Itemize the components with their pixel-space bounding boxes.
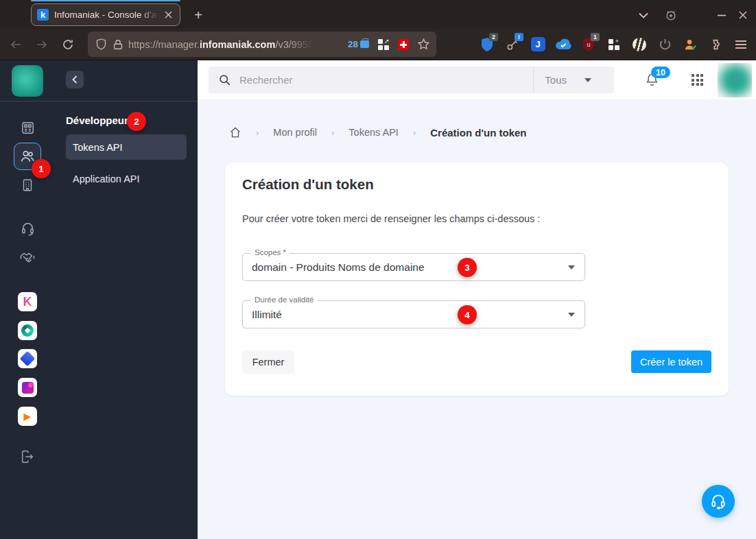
nav-item-tokens-api[interactable]: Tokens API [66,134,187,160]
section-title: Développeur [66,115,128,126]
svg-text:u: u [587,41,590,48]
search-bar[interactable]: Tous [209,67,614,93]
breadcrumb-separator: › [331,128,334,138]
back-icon[interactable] [7,36,25,53]
extension-key-icon[interactable]: ! [504,36,521,53]
briefcase-icon [360,40,369,48]
browser-toolbar: https://manager.infomaniak.com/v3/995834… [0,29,756,60]
bookmark-star-icon[interactable] [418,38,429,50]
annotation-badge-2: 2 [127,112,146,131]
lock-icon[interactable] [113,39,123,50]
url-text: https://manager.infomaniak.com/v3/995834… [128,39,312,50]
product-kmeet-icon[interactable] [18,378,37,397]
browser-tab[interactable]: k Infomaniak - Console d'adm [31,3,180,26]
tab-close-icon[interactable] [162,9,174,21]
infomaniak-favicon: k [37,9,49,21]
active-tab-accent-line [31,0,180,1]
notifications-button[interactable]: 10 [644,72,660,88]
extension-addons-grid-icon[interactable]: + [606,36,622,53]
validity-value: Illimité [252,301,282,328]
swiss-flag-icon[interactable] [398,39,409,50]
support-fab-button[interactable] [702,485,735,518]
create-token-button[interactable]: Créer le token [631,350,711,373]
url-bar[interactable]: https://manager.infomaniak.com/v3/995834… [88,32,436,57]
sidebar-item-partner[interactable] [14,243,41,271]
sidebar-divider [0,101,198,101]
product-ksuite-icon[interactable]: K [18,292,37,311]
page-title: Création d'un token [242,176,374,193]
sidebar-item-support[interactable] [14,215,41,242]
annotation-badge-1: 1 [32,159,51,178]
chevron-down-icon [568,265,575,270]
product-vod-icon[interactable]: ▶ [18,407,37,426]
tracking-shield-icon[interactable] [96,38,106,50]
breadcrumb: › Mon profil › Tokens API › Création d'u… [229,126,527,139]
extensions-puzzle-icon[interactable] [707,36,724,53]
app-topbar: Tous 10 [198,60,756,99]
profile-check-icon[interactable] [682,36,698,53]
breadcrumb-separator: › [413,128,416,138]
close-button[interactable]: Fermer [242,350,294,374]
minimize-icon[interactable] [713,6,731,24]
tab-title: Infomaniak - Console d'adm [54,10,158,20]
breadcrumb-mon-profil[interactable]: Mon profil [273,127,317,138]
breadcrumb-separator: › [256,128,259,138]
main-content: Tous 10 › [198,60,756,539]
home-icon[interactable] [229,126,241,139]
annotation-badge-4: 4 [458,305,477,324]
headset-icon [709,492,727,510]
search-scope-dropdown[interactable]: Tous [533,67,614,93]
user-avatar[interactable] [718,63,752,97]
notification-count-badge: 10 [651,67,670,78]
annotation-badge-3: 3 [458,258,477,277]
browser-titlebar: k Infomaniak - Console d'adm + [0,0,756,29]
search-icon [218,73,231,86]
sidebar-item-products[interactable] [14,114,41,141]
close-window-icon[interactable] [734,6,752,24]
new-tab-button[interactable]: + [189,6,207,24]
product-kchat-icon[interactable] [18,349,37,368]
infomaniak-app: 1 K [0,60,756,539]
logout-icon[interactable] [14,443,41,470]
form-description: Pour créer votre token merci de renseign… [242,213,540,224]
container-tab-counter[interactable]: 28 [348,39,369,49]
scopes-select[interactable]: Scopes * domain - Produits Noms de domai… [242,253,585,281]
breadcrumb-tokens-api[interactable]: Tokens API [349,127,399,138]
organization-logo[interactable] [12,65,43,97]
chevron-down-icon [568,313,575,317]
primary-sidebar: 1 K [0,60,55,539]
chevron-down-icon [584,78,591,82]
secondary-sidebar: Développeur 2 Tokens API Application API [55,60,198,539]
extension-joplin-icon[interactable]: J [530,36,546,53]
nav-item-application-api[interactable]: Application API [66,166,187,191]
extension-shield-icon[interactable]: 2 [479,36,495,53]
browser-window: k Infomaniak - Console d'adm + [0,0,756,539]
breadcrumb-current: Création d'un token [430,127,526,139]
collapse-sidebar-button[interactable] [66,71,84,88]
search-input[interactable] [239,74,533,86]
token-creation-card: Création d'un token Pour créer votre tok… [225,163,729,396]
power-icon[interactable] [657,36,673,53]
page-actions-grid-icon[interactable]: ➚ [378,39,389,50]
forward-icon[interactable] [33,36,51,53]
alarm-extension-icon[interactable] [662,6,680,24]
tab-list-chevron-icon[interactable] [635,6,652,24]
extension-privacy-badger-icon[interactable] [631,36,648,53]
menu-hamburger-icon[interactable] [733,36,749,53]
validity-select[interactable]: Durée de validité Illimité 4 [242,300,585,328]
extension-cloud-icon[interactable] [555,36,571,53]
app-launcher-icon[interactable] [692,74,703,86]
scopes-value: domain - Produits Noms de domaine [252,254,425,281]
reload-icon[interactable] [59,36,77,53]
product-kdrive-icon[interactable] [18,321,37,340]
extension-ublock-icon[interactable]: u 1 [580,36,597,53]
